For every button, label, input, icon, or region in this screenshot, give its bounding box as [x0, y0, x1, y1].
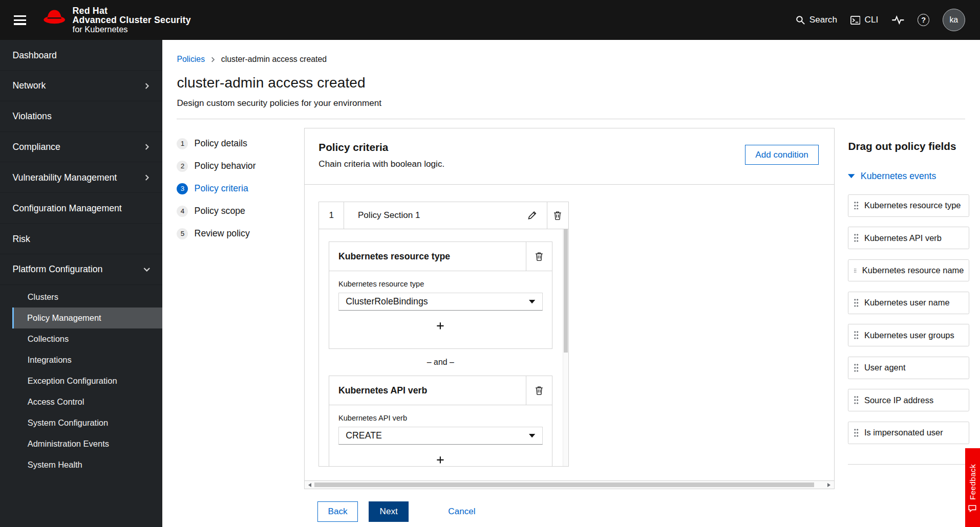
plus-icon	[436, 456, 444, 464]
vertical-scrollbar[interactable]	[563, 229, 568, 467]
wizard-step-policy-details[interactable]: 1 Policy details	[177, 138, 304, 149]
step-number-badge: 5	[177, 228, 188, 239]
criteria-card-api-verb: Kubernetes API verb	[329, 376, 552, 466]
feedback-button[interactable]: Feedback	[965, 448, 980, 527]
add-value-button[interactable]	[430, 453, 451, 466]
left-arrow-icon	[308, 483, 311, 487]
horizontal-scrollbar[interactable]	[305, 480, 834, 489]
breadcrumb-policies-link[interactable]: Policies	[177, 55, 205, 64]
brand-logo: Red Hat Advanced Cluster Security for Ku…	[42, 6, 191, 34]
activity-button[interactable]	[891, 15, 905, 25]
drag-field-label: Kubernetes user name	[864, 298, 950, 308]
page-title: cluster-admin access created	[177, 75, 980, 91]
add-condition-button[interactable]: Add condition	[745, 145, 819, 165]
kubernetes-resource-type-select[interactable]: ClusterRoleBindings	[338, 293, 543, 311]
wizard-step-policy-criteria[interactable]: 3 Policy criteria	[177, 183, 304, 194]
horizontal-scrollbar-thumb[interactable]	[314, 482, 815, 488]
search-button[interactable]: Search	[796, 15, 837, 25]
page-subtitle: Design custom security policies for your…	[177, 98, 980, 108]
vertical-scrollbar-thumb[interactable]	[564, 229, 568, 353]
feedback-comment-icon	[968, 504, 976, 512]
step-number-badge: 2	[177, 161, 188, 172]
sidebar-item-label: Network	[12, 80, 46, 91]
sidebar-item-risk[interactable]: Risk	[0, 224, 162, 254]
brand-line-product: Advanced Cluster Security	[73, 15, 191, 25]
scroll-right-arrow[interactable]	[824, 483, 834, 487]
chevron-right-icon	[144, 83, 150, 89]
next-button[interactable]: Next	[369, 501, 409, 521]
caret-down-icon	[529, 434, 535, 437]
sidebar-nav: Dashboard Network Violations Compliance …	[0, 40, 162, 527]
sidebar-item-dashboard[interactable]: Dashboard	[0, 40, 162, 71]
sidebar-item-collections[interactable]: Collections	[12, 328, 162, 349]
sidebar-item-exception-configuration[interactable]: Exception Configuration	[12, 370, 162, 391]
help-button[interactable]: ?	[918, 14, 929, 26]
step-label: Policy details	[195, 138, 247, 149]
edit-section-name-button[interactable]	[525, 208, 539, 223]
brand-line-redhat: Red Hat	[73, 6, 191, 15]
sidebar-item-label: Compliance	[12, 142, 60, 152]
add-value-button[interactable]	[430, 319, 451, 335]
drag-field-user-agent[interactable]: User agent	[848, 357, 969, 379]
sidebar-item-label: Dashboard	[12, 50, 57, 61]
chevron-down-icon	[143, 266, 150, 273]
app-root: Red Hat Advanced Cluster Security for Ku…	[0, 0, 980, 527]
sidebar-item-integrations[interactable]: Integrations	[12, 349, 162, 370]
drag-field-kubernetes-user-name[interactable]: Kubernetes user name	[848, 292, 969, 314]
delete-criteria-button[interactable]	[532, 249, 546, 264]
pencil-icon	[527, 211, 537, 220]
kubernetes-api-verb-select[interactable]: CREATE	[338, 427, 543, 445]
drag-field-kubernetes-user-groups[interactable]: Kubernetes user groups	[848, 324, 969, 346]
drag-panel-divider	[848, 464, 969, 465]
drag-field-kubernetes-resource-type[interactable]: Kubernetes resource type	[848, 194, 969, 217]
sidebar-item-label: Vulnerability Management	[12, 172, 117, 183]
wizard-step-policy-scope[interactable]: 4 Policy scope	[177, 206, 304, 217]
sidebar-item-access-control[interactable]: Access Control	[12, 391, 162, 412]
drag-field-kubernetes-api-verb[interactable]: Kubernetes API verb	[848, 227, 969, 249]
global-nav-toggle-button[interactable]	[6, 6, 34, 34]
delete-criteria-button[interactable]	[532, 383, 546, 398]
chevron-right-icon	[144, 144, 150, 150]
cancel-button[interactable]: Cancel	[445, 502, 478, 521]
cli-button[interactable]: CLI	[850, 15, 879, 25]
wizard-step-policy-behavior[interactable]: 2 Policy behavior	[177, 161, 304, 172]
sidebar-item-system-health[interactable]: System Health	[12, 454, 162, 475]
section-index: 1	[319, 202, 344, 228]
scroll-left-arrow[interactable]	[305, 483, 314, 487]
sidebar-item-platform-configuration[interactable]: Platform Configuration	[0, 254, 162, 285]
avatar[interactable]: ka	[943, 9, 965, 31]
policy-criteria-header: Policy criteria Chain criteria with bool…	[305, 128, 834, 184]
grip-icon	[854, 267, 856, 275]
trash-icon	[553, 211, 562, 220]
delete-section-button[interactable]	[551, 208, 565, 223]
back-button[interactable]: Back	[317, 501, 358, 521]
sidebar-item-network[interactable]: Network	[0, 71, 162, 101]
kubernetes-events-toggle[interactable]: Kubernetes events	[848, 171, 936, 182]
sidebar-item-policy-management[interactable]: Policy Management	[12, 308, 162, 328]
drag-field-is-impersonated-user[interactable]: Is impersonated user	[848, 422, 969, 444]
wizard-step-review-policy[interactable]: 5 Review policy	[177, 228, 304, 239]
sidebar-item-administration-events[interactable]: Administration Events	[12, 433, 162, 454]
grip-icon	[854, 331, 859, 339]
sidebar-item-violations[interactable]: Violations	[0, 101, 162, 132]
criteria-card-title: Kubernetes resource type	[329, 242, 526, 271]
sidebar-item-label: Platform Configuration	[12, 264, 102, 275]
sidebar-item-clusters[interactable]: Clusters	[12, 287, 162, 308]
activity-pulse-icon	[891, 15, 905, 25]
grip-icon	[854, 396, 859, 404]
grip-icon	[854, 364, 859, 372]
sidebar-item-system-configuration[interactable]: System Configuration	[12, 412, 162, 433]
drag-field-kubernetes-resource-name[interactable]: Kubernetes resource name	[848, 259, 969, 282]
section-title: Policy Section 1	[358, 210, 420, 221]
grip-icon	[854, 299, 859, 307]
sidebar-item-vulnerability-management[interactable]: Vulnerability Management	[0, 162, 162, 193]
search-label: Search	[809, 15, 837, 25]
criteria-card-resource-type: Kubernetes resource type	[329, 241, 552, 349]
main-content: Policies cluster-admin access created cl…	[162, 40, 980, 527]
sidebar-item-compliance[interactable]: Compliance	[0, 132, 162, 163]
field-label: Kubernetes API verb	[338, 414, 543, 422]
grip-icon	[854, 234, 859, 242]
cli-label: CLI	[865, 15, 879, 25]
drag-field-source-ip-address[interactable]: Source IP address	[848, 389, 969, 411]
sidebar-item-configuration-management[interactable]: Configuration Management	[0, 193, 162, 224]
